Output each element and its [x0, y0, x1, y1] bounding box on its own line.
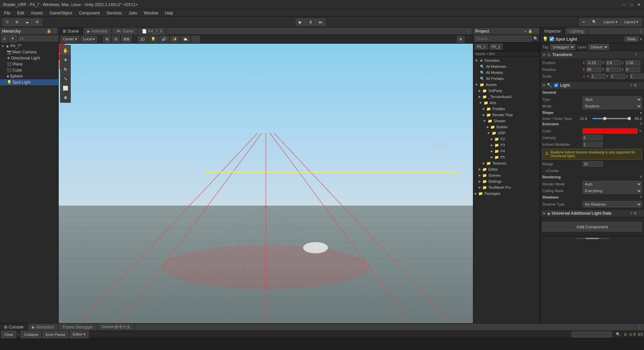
scale-x-input[interactable]	[591, 74, 606, 79]
project-settings[interactable]: ▶ 📁 Settings	[473, 178, 540, 184]
scene-2d-btn[interactable]: 2D	[138, 36, 147, 43]
inspector-tabs-dots[interactable]: ⋮	[639, 29, 644, 34]
project-scenes[interactable]: ▶ 📁 Scenes	[473, 172, 540, 178]
rendering-help-btn[interactable]: ?	[640, 175, 642, 179]
tab-frame-debugger[interactable]: Frame Debugger	[58, 323, 97, 331]
tab-lighting[interactable]: Lighting	[565, 28, 588, 35]
pause-button[interactable]: ⏸	[306, 18, 315, 26]
console-error-pause-btn[interactable]: Error Pause	[43, 331, 68, 338]
layout-btn[interactable]: Layout ▾	[621, 18, 641, 26]
hierarchy-item-plane[interactable]: ⬛ Plane	[0, 61, 58, 67]
menu-file[interactable]: File	[1, 10, 13, 16]
project-render-pipe[interactable]: ▶ 📁 Render Pipe	[473, 112, 540, 118]
project-file-p5-1-a[interactable]: P5_1	[475, 44, 488, 50]
menu-services[interactable]: Services	[104, 10, 124, 16]
render-mode-select[interactable]: Auto	[583, 181, 642, 187]
hierarchy-item-sphere[interactable]: ● Sphere	[0, 73, 58, 79]
project-all-prefabs[interactable]: 🔍 All Prefabs	[473, 76, 540, 82]
play-button[interactable]: ▶	[296, 18, 305, 26]
light-header[interactable]: ▼ 🔦 Light ? ⚙ ⋮	[540, 82, 644, 89]
tab-game[interactable]: 🎮 Game	[112, 28, 138, 35]
indirect-mult-input[interactable]	[583, 142, 603, 147]
hierarchy-item-spot-light[interactable]: 💡 Spot Light	[0, 79, 58, 85]
console-search-input[interactable]	[572, 332, 612, 338]
menu-gameobject[interactable]: GameObject	[47, 10, 75, 16]
static-dropdown[interactable]: ▾	[640, 37, 642, 41]
emission-help-btn[interactable]: ?	[640, 122, 642, 126]
project-p2[interactable]: ▶ 📁 P2	[473, 136, 540, 142]
layer-select[interactable]: Default	[588, 44, 609, 50]
tab-inspector[interactable]: Inspector	[540, 28, 565, 35]
scene-dots[interactable]: ⋮	[466, 37, 471, 41]
minimize-button[interactable]: ─	[622, 2, 627, 7]
universal-light-data-header[interactable]: ▼ ◈ Universal Additional Light Data ? ⚙ …	[540, 210, 644, 217]
layers-btn[interactable]: Layers ▾	[600, 18, 621, 26]
project-lock-btn[interactable]: 🔒	[528, 29, 533, 33]
tool-rect[interactable]: ⬜	[61, 84, 70, 92]
tag-select[interactable]: Untagged	[550, 44, 575, 50]
project-search-input[interactable]	[475, 36, 532, 42]
toolbar-cloud-btn[interactable]: ☁	[22, 18, 32, 26]
light-options-btn[interactable]: ⋮	[638, 83, 642, 88]
transform-help-btn[interactable]: ?	[635, 53, 637, 57]
tab-console[interactable]: ⊞ Console	[0, 323, 28, 331]
slider-thumb-inner[interactable]	[603, 117, 606, 120]
tool-rotate[interactable]: ↻	[61, 65, 70, 74]
rot-y-input[interactable]	[606, 67, 621, 72]
undo-history-btn[interactable]: ↩	[579, 18, 588, 26]
console-clear-btn[interactable]: Clear	[1, 331, 16, 338]
inspector-scroll-thumb[interactable]	[576, 238, 609, 239]
project-packages[interactable]: ▶ 📁 Packages	[473, 190, 540, 196]
universal-options-btn[interactable]: ⋮	[638, 211, 642, 216]
scene-audio-btn[interactable]: 🔊	[159, 36, 169, 43]
intensity-input[interactable]	[583, 135, 603, 140]
step-button[interactable]: ⏭	[316, 18, 325, 26]
light-settings-btn[interactable]: ⚙	[634, 83, 637, 88]
transform-options-btn[interactable]: ⋮	[638, 53, 642, 57]
hierarchy-dropdown-btn[interactable]: ▾	[9, 35, 17, 42]
emission-color-swatch[interactable]	[583, 128, 638, 134]
scale-y-input[interactable]	[610, 74, 625, 79]
console-collapse-btn[interactable]: Collapse	[21, 331, 41, 338]
project-favorites-header[interactable]: ▼ ★ Favorites	[473, 57, 540, 63]
console-editor-btn[interactable]: Editor ▾	[70, 331, 89, 338]
transform-header[interactable]: ▼ ⊹ Transform ? ⋮	[540, 51, 644, 58]
project-shader[interactable]: ▼ 📁 Shader	[473, 118, 540, 124]
project-buildin[interactable]: ▶ 📁 BuildIn	[473, 124, 540, 130]
light-mode-select[interactable]: Realtime	[583, 103, 642, 109]
project-editor[interactable]: ▶ 📁 Editor	[473, 166, 540, 172]
add-component-button[interactable]: Add Component	[542, 222, 642, 231]
universal-settings-btn[interactable]: ⚙	[634, 211, 637, 216]
scene-grid-btn[interactable]: ⊞	[103, 36, 111, 43]
tool-custom[interactable]: ⊕	[61, 93, 70, 102]
menu-component[interactable]: Component	[76, 10, 102, 16]
scene-grid2-btn[interactable]: ⊟	[112, 36, 120, 43]
hierarchy-add-btn[interactable]: +	[1, 35, 7, 42]
tool-hand[interactable]: ✋	[61, 46, 70, 55]
toolbar-settings-btn[interactable]: ⚙	[33, 18, 42, 26]
toolbar-grid-btn[interactable]: ⊞	[12, 18, 21, 26]
scene-sky-btn[interactable]: ⛅	[181, 36, 190, 43]
project-file-p5-1-b[interactable]: P5_1	[489, 44, 503, 50]
project-textmesh[interactable]: ▶ 📁 TextMesh Pro	[473, 184, 540, 190]
scene-fx-btn[interactable]: ✨	[170, 36, 179, 43]
tab-animator[interactable]: ▶ Animator	[83, 28, 112, 35]
project-urp[interactable]: ▼ 📁 URP	[473, 130, 540, 136]
project-menu-btn[interactable]: ⋮	[534, 29, 538, 33]
hierarchy-item-p47[interactable]: ▼ ◈ P4_7*	[0, 43, 58, 49]
search-btn[interactable]: 🔍	[589, 18, 600, 26]
tool-move[interactable]: ✛	[61, 55, 70, 64]
hierarchy-lock-btn[interactable]: 🔒	[47, 29, 51, 33]
light-enabled-checkbox[interactable]	[554, 83, 558, 87]
project-p5[interactable]: ▶ 📁 P5	[473, 154, 540, 160]
menu-assets[interactable]: Assets	[28, 10, 46, 16]
culling-mask-select[interactable]: Everything	[583, 188, 642, 194]
slider-thumb-outer[interactable]	[628, 117, 631, 120]
project-prefabs[interactable]: ▶ 📁 Prefabs	[473, 106, 540, 112]
project-3rdparty[interactable]: ▶ 📁 3rdParty	[473, 88, 540, 94]
project-p3[interactable]: ▶ 📁 P3	[473, 142, 540, 148]
light-type-select[interactable]: Spot	[583, 96, 642, 102]
maximize-button[interactable]: □	[629, 2, 634, 7]
close-button[interactable]: ✕	[637, 2, 641, 7]
rot-x-input[interactable]	[586, 67, 601, 72]
